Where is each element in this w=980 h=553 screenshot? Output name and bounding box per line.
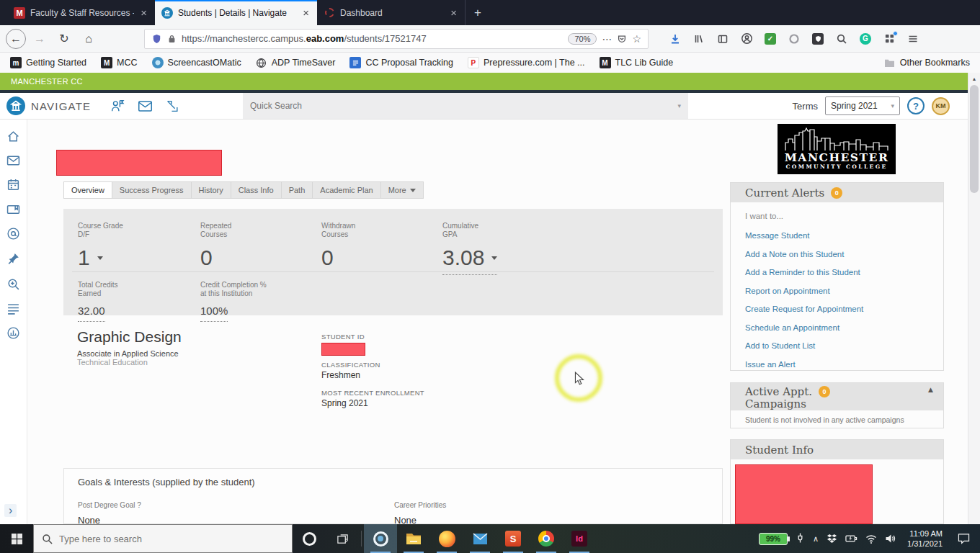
bookmark-star-icon[interactable]: ☆ [632,33,641,45]
page-actions-icon[interactable]: ⋯ [602,33,612,45]
at-sign-icon[interactable] [6,227,20,240]
mail-icon[interactable] [6,155,20,166]
search-extension-icon[interactable] [835,32,848,45]
bookmark-mcc[interactable]: MMCC [101,57,137,68]
action-message-student[interactable]: Message Student [745,231,929,240]
quick-search[interactable]: ▾ [243,93,688,119]
reload-button[interactable]: ↻ [53,28,75,50]
grammarly-icon[interactable]: G [859,32,872,45]
app-mail[interactable] [463,524,496,553]
extension-shield-icon[interactable] [811,32,824,45]
tab-academic-plan[interactable]: Academic Plan [313,181,380,199]
action-create-request[interactable]: Create Request for Appointment [745,305,929,313]
tab-history[interactable]: History [192,181,231,199]
caret-down-icon [410,189,416,192]
stat-value-dropdown[interactable]: 1 [78,245,103,271]
cases-icon[interactable] [6,203,20,215]
stat-value-dropdown[interactable]: 3.08 [442,245,497,275]
browser-tab-students-active[interactable]: Students | Details | Navigate × [155,0,317,25]
wifi-icon[interactable] [865,534,877,544]
close-icon[interactable]: × [449,6,458,19]
action-add-to-student-list[interactable]: Add to Student List [745,341,929,350]
battery-indicator[interactable]: 99% [759,533,788,545]
navigate-logo-icon[interactable] [6,96,25,115]
folder-icon [884,57,896,68]
forward-button[interactable]: → [29,28,50,50]
cortana-button[interactable] [293,524,326,553]
app-screencastomatic[interactable] [364,524,397,553]
browser-tab-faculty[interactable]: M Faculty & Staff Resources - Ma × [7,0,155,25]
tab-class-info[interactable]: Class Info [231,181,282,199]
account-icon[interactable] [740,32,753,45]
new-tab-button[interactable]: + [465,0,490,25]
search-plus-icon[interactable] [6,277,20,291]
back-button[interactable]: ← [6,29,26,49]
action-center-icon[interactable] [953,533,974,544]
app-file-explorer[interactable] [397,524,430,553]
calendar-icon[interactable] [6,178,20,192]
notes-page-icon[interactable] [166,99,179,113]
reports-chart-icon[interactable] [6,326,20,340]
other-bookmarks-button[interactable]: Other Bookmarks [884,57,970,68]
bookmark-adp-timesaver[interactable]: ADP TimeSaver [256,57,336,68]
app-smartsheet[interactable]: S [496,524,530,553]
speaker-icon[interactable] [885,534,896,544]
taskbar-clock[interactable]: 11:09 AM1/31/2021 [904,529,945,549]
action-add-note[interactable]: Add a Note on this Student [745,250,929,258]
url-bar[interactable]: https://manchestercc.campus.eab.com/stud… [144,29,649,49]
action-add-reminder[interactable]: Add a Reminder to this Student [745,268,929,276]
scrollbar-thumb[interactable] [970,85,979,193]
extensions-grid-icon[interactable] [883,32,896,45]
tab-path[interactable]: Path [282,181,313,199]
help-button[interactable]: ? [907,97,925,114]
app-firefox[interactable] [430,524,463,553]
app-indesign[interactable]: Id [563,524,596,553]
extension-ring-icon[interactable] [788,32,801,45]
sidebar-toggle-icon[interactable] [716,32,729,45]
close-icon[interactable]: × [301,6,311,19]
power-icon[interactable] [845,534,858,543]
zoom-level-badge[interactable]: 70% [568,33,597,45]
taskbar-search[interactable] [33,524,293,553]
sidebar-expand-chevron[interactable]: › [4,504,17,517]
taskbar-search-input[interactable] [59,534,284,544]
app-chrome[interactable] [530,524,563,553]
tracking-shield-icon[interactable] [151,33,162,45]
menu-icon[interactable] [906,32,919,45]
home-icon[interactable] [6,130,20,143]
tab-more[interactable]: More [381,181,424,199]
advanced-search-person-icon[interactable] [110,99,125,113]
bookmark-prepressure[interactable]: PPrepressure.com | The ... [468,57,585,68]
start-button[interactable] [0,524,33,553]
extension-check-icon[interactable]: ✓ [764,32,777,45]
usb-plug-icon[interactable] [796,533,805,544]
chevron-down-icon[interactable]: ▾ [677,102,681,109]
bookmark-getting-started[interactable]: mGetting Started [10,57,86,68]
browser-tab-dashboard[interactable]: Dashboard × [317,0,465,25]
home-button[interactable]: ⌂ [78,28,99,50]
bookmark-screencastomatic[interactable]: ScreencastOMatic [152,57,241,68]
library-icon[interactable] [692,32,705,45]
action-schedule-appointment[interactable]: Schedule an Appointment [745,323,929,332]
bookmark-cc-proposal[interactable]: CC Proposal Tracking [349,57,453,68]
task-view-button[interactable] [326,524,359,553]
page-scrollbar[interactable]: ▲ [968,73,980,524]
collapse-icon[interactable]: ▲ [928,386,933,393]
downloads-icon[interactable] [669,32,682,45]
pin-icon[interactable] [6,252,20,266]
scroll-up-arrow[interactable]: ▲ [968,73,980,84]
tab-success-progress[interactable]: Success Progress [112,181,192,199]
action-report-appointment[interactable]: Report on Appointment [745,287,929,295]
tray-expand-icon[interactable]: ∧ [813,534,819,544]
bookmark-tlc-lib-guide[interactable]: MTLC Lib Guide [600,57,674,68]
pocket-icon[interactable] [617,34,627,44]
close-icon[interactable]: × [139,6,148,19]
message-envelope-icon[interactable] [138,100,153,112]
lists-icon[interactable] [6,302,20,315]
tab-overview[interactable]: Overview [63,181,112,199]
user-avatar[interactable]: KM [932,97,950,115]
action-issue-alert[interactable]: Issue an Alert [745,360,929,369]
quick-search-input[interactable] [250,101,677,111]
terms-select[interactable]: Spring 2021▾ [825,96,900,115]
dropbox-icon[interactable] [827,534,837,544]
